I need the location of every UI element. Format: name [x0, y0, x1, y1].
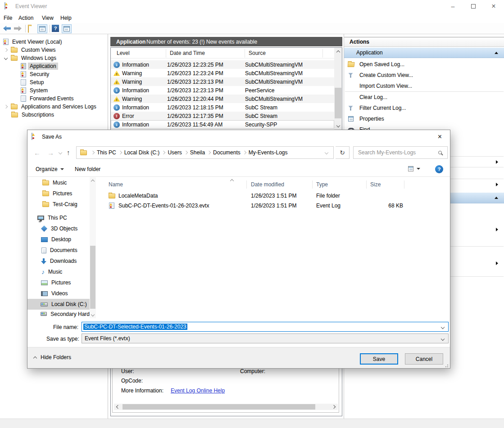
column-size[interactable]: Size: [370, 181, 381, 188]
column-divider[interactable]: [312, 180, 313, 189]
tree-item-setup[interactable]: Setup: [0, 78, 108, 86]
column-name[interactable]: Name: [109, 181, 123, 188]
cancel-button[interactable]: Cancel: [405, 353, 443, 365]
sidebar-item-downloads[interactable]: Downloads: [27, 256, 90, 266]
event-row[interactable]: ! Warning 1/26/2023 12:20:44 PM SubCMult…: [111, 95, 334, 103]
event-row[interactable]: i Information 1/26/2023 12:23:13 PM Peer…: [111, 86, 334, 95]
action-filter-current-log[interactable]: Filter Current Log...: [344, 103, 504, 113]
menu-help[interactable]: Help: [60, 15, 72, 21]
breadcrumb-documents[interactable]: Documents: [210, 147, 243, 158]
close-button[interactable]: ×: [483, 0, 504, 13]
details-h-scrollbar[interactable]: [114, 404, 338, 410]
column-date-modified[interactable]: Date modified: [251, 181, 284, 188]
column-divider[interactable]: [404, 180, 404, 189]
action-create-custom-view[interactable]: Create Custom View...: [344, 70, 504, 81]
search-icon[interactable]: [438, 151, 442, 154]
event-row[interactable]: ! Warning 1/26/2023 12:23:13 PM SubCMult…: [111, 77, 334, 86]
address-bar[interactable]: This PC Local Disk (C:) Users Sheila Doc…: [76, 146, 334, 159]
scroll-right-arrow[interactable]: [331, 404, 338, 410]
menu-file[interactable]: File: [4, 15, 12, 21]
actions-section-application[interactable]: Application: [344, 48, 504, 58]
new-folder-button[interactable]: New folder: [75, 166, 100, 172]
sidebar-item-desktop[interactable]: Desktop: [27, 234, 90, 245]
menu-action[interactable]: Action: [18, 15, 33, 21]
nav-forward-icon[interactable]: →: [47, 149, 54, 157]
scroll-down-arrow[interactable]: [90, 312, 96, 318]
sidebar-item-this-pc[interactable]: This PC: [27, 212, 90, 223]
address-dropdown-chevron[interactable]: [325, 151, 328, 154]
nav-back-icon[interactable]: ←: [34, 149, 41, 157]
column-type[interactable]: Type: [316, 181, 328, 188]
action-properties[interactable]: Properties: [344, 113, 504, 124]
action-import-custom-view[interactable]: Import Custom View...: [344, 81, 504, 91]
scroll-thumb[interactable]: [123, 404, 315, 410]
scroll-up-arrow[interactable]: [334, 48, 342, 55]
breadcrumb-this-pc[interactable]: This PC: [94, 147, 119, 158]
event-row[interactable]: ! Error 1/26/2023 12:17:35 PM SubC Strea…: [111, 112, 334, 120]
file-row-subc-evtx[interactable]: SubC-PC-DT-Events-01-26-2023.evtx 1/26/2…: [99, 201, 450, 211]
action-open-saved-log[interactable]: Open Saved Log...: [344, 59, 504, 70]
sidebar-item-documents[interactable]: Documents: [27, 245, 90, 256]
sidebar-item-3d-objects[interactable]: 3D Objects: [27, 223, 90, 234]
event-row[interactable]: i Information 1/26/2023 12:23:25 PM SubC…: [111, 60, 334, 69]
tree-item-forwarded-events[interactable]: Forwarded Events: [0, 95, 108, 103]
sidebar-scrollbar[interactable]: [90, 177, 96, 318]
sort-ascending-icon[interactable]: [230, 179, 234, 183]
nav-up-icon[interactable]: ↑: [67, 149, 70, 156]
save-as-type-dropdown-chevron[interactable]: [441, 337, 445, 341]
column-divider[interactable]: [245, 49, 245, 58]
sidebar-item-secondary-hard[interactable]: Secondary Hard: [27, 310, 90, 318]
tree-item-application[interactable]: Application: [0, 62, 108, 70]
tree-item-system[interactable]: System: [0, 86, 108, 95]
tree-item-subscriptions[interactable]: Subscriptions: [0, 111, 108, 119]
dialog-help-icon[interactable]: ?: [435, 165, 443, 173]
collapse-icon[interactable]: [4, 56, 8, 60]
scroll-down-arrow[interactable]: [334, 122, 342, 130]
tree-item-apps-services-logs[interactable]: Applications and Services Logs: [0, 103, 108, 111]
menu-view[interactable]: View: [42, 15, 54, 21]
tree-item-root[interactable]: Event Viewer (Local): [0, 38, 108, 46]
event-row[interactable]: i Information 1/26/2023 12:18:15 PM SubC…: [111, 103, 334, 112]
sidebar-item-pictures[interactable]: Pictures: [27, 277, 90, 288]
breadcrumb-users[interactable]: Users: [165, 147, 184, 158]
sidebar-item-pictures-folder[interactable]: Pictures: [27, 188, 90, 199]
maximize-button[interactable]: [463, 0, 483, 13]
sidebar-item-music[interactable]: ♪Music: [27, 266, 90, 277]
help-toolbar-icon[interactable]: ?: [52, 25, 59, 32]
column-divider[interactable]: [246, 180, 247, 189]
scroll-left-arrow[interactable]: [114, 404, 121, 410]
expand-icon[interactable]: [4, 48, 8, 52]
sidebar-item-local-disk[interactable]: Local Disk (C:): [27, 299, 90, 310]
scroll-thumb[interactable]: [90, 246, 95, 309]
file-name-dropdown-chevron[interactable]: [441, 325, 445, 329]
breadcrumb-local-disk[interactable]: Local Disk (C:): [122, 147, 163, 158]
hide-folders-button[interactable]: Hide Folders: [34, 354, 71, 360]
column-datetime[interactable]: Date and Time: [170, 50, 205, 56]
column-level[interactable]: Level: [117, 50, 130, 56]
sidebar-item-videos[interactable]: Videos: [27, 288, 90, 299]
search-input[interactable]: [357, 149, 438, 156]
open-saved-log-toolbar-icon[interactable]: [28, 26, 29, 33]
tree-item-windows-logs[interactable]: Windows Logs: [0, 54, 108, 62]
scroll-thumb[interactable]: [335, 88, 341, 118]
breadcrumb-my-events-logs[interactable]: My-Events-Logs: [246, 147, 291, 158]
event-log-online-help-link[interactable]: Event Log Online Help: [171, 387, 225, 394]
nav-history-chevron[interactable]: [59, 151, 62, 154]
resize-grip[interactable]: [444, 363, 448, 367]
event-row[interactable]: ! Warning 1/26/2023 12:23:24 PM SubCMult…: [111, 69, 334, 77]
tree-item-security[interactable]: Security: [0, 70, 108, 78]
event-list-scrollbar[interactable]: [334, 48, 342, 130]
dialog-close-button[interactable]: ×: [430, 130, 450, 143]
expand-icon[interactable]: [4, 105, 8, 108]
file-name-combobox[interactable]: SubC-PC-DT-Selected-Events-01-26-2023: [82, 322, 449, 332]
show-console-tree-button[interactable]: [37, 24, 47, 33]
file-row-locale-metadata[interactable]: LocaleMetaData 1/26/2023 1:51 PM File fo…: [99, 191, 450, 201]
forward-button[interactable]: [14, 26, 22, 31]
collapse-section-icon[interactable]: [495, 52, 498, 54]
save-as-type-combobox[interactable]: Event Files (*.evtx): [82, 333, 449, 343]
column-divider[interactable]: [366, 180, 367, 189]
column-source[interactable]: Source: [249, 50, 266, 56]
column-divider[interactable]: [166, 49, 166, 58]
refresh-button[interactable]: ↻: [336, 146, 350, 159]
organize-button[interactable]: Organize: [36, 166, 64, 172]
